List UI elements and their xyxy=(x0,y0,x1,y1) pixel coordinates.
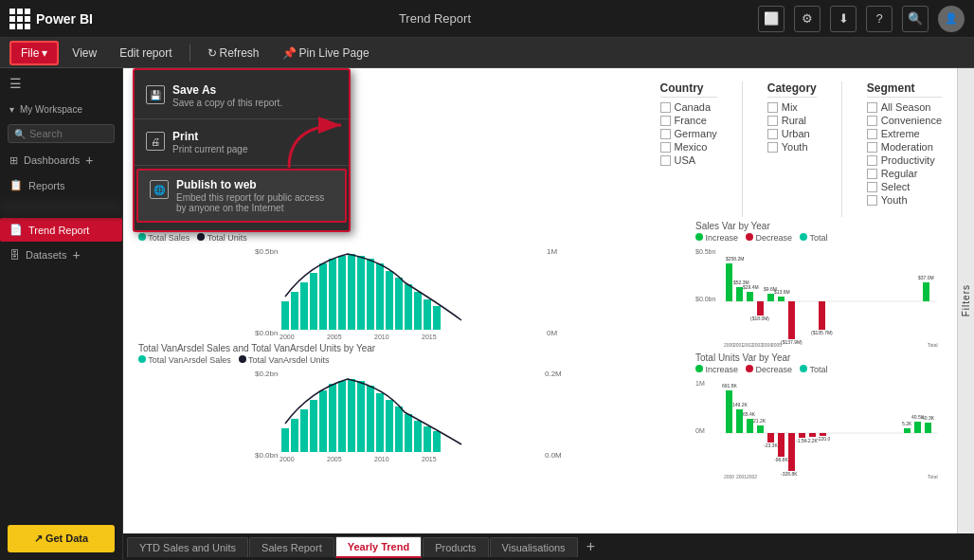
sidebar-item-trend-report[interactable]: 📄 Trend Report xyxy=(0,218,122,242)
tab-yearly-trend[interactable]: Yearly Trend xyxy=(335,536,422,558)
segment-filter-title: Segment xyxy=(867,81,942,98)
filter-moderation[interactable]: Moderation xyxy=(867,141,942,153)
svg-text:2000: 2000 xyxy=(280,456,295,461)
select-checkbox[interactable] xyxy=(867,182,877,192)
download-icon[interactable]: ⬇ xyxy=(830,6,857,32)
avatar[interactable]: 👤 xyxy=(938,6,965,32)
svg-text:2005: 2005 xyxy=(771,342,782,348)
filter-urban[interactable]: Urban xyxy=(767,128,817,139)
filter-germany[interactable]: Germany xyxy=(660,128,717,139)
sidebar-item-reports-label: Reports xyxy=(28,180,65,191)
hamburger-button[interactable]: ☰ xyxy=(0,68,122,99)
tab-ytd-sales[interactable]: YTD Sales and Units xyxy=(127,537,248,557)
filter-youth-seg[interactable]: Youth xyxy=(867,194,942,206)
sidebar-item-reports[interactable]: 📋 Reports xyxy=(0,173,122,197)
filter-youth[interactable]: Youth xyxy=(767,141,817,153)
usa-checkbox[interactable] xyxy=(660,155,671,166)
units-total-legend: Total xyxy=(800,365,827,374)
germany-checkbox[interactable] xyxy=(660,129,671,139)
view-button[interactable]: View xyxy=(63,43,106,63)
svg-rect-16 xyxy=(386,271,393,330)
sidebar-item-dashboards[interactable]: ⊞ Dashboards + xyxy=(0,147,122,173)
save-as-icon: 💾 xyxy=(146,85,165,104)
extreme-label: Extreme xyxy=(881,128,920,139)
search-icon[interactable]: 🔍 xyxy=(902,6,929,32)
filter-convenience[interactable]: Convenience xyxy=(867,115,942,126)
units-total-dot xyxy=(800,365,807,372)
svg-text:149.2K: 149.2K xyxy=(732,402,749,407)
moderation-checkbox[interactable] xyxy=(867,142,877,153)
svg-text:$13.6M: $13.6M xyxy=(774,289,790,295)
svg-rect-41 xyxy=(386,400,393,452)
sales-var-title: Sales Var by Year xyxy=(695,221,942,231)
france-label: France xyxy=(675,115,707,126)
filter-productivity[interactable]: Productivity xyxy=(867,154,942,166)
tab-visualisations[interactable]: Visualisations xyxy=(490,537,578,557)
filter-select[interactable]: Select xyxy=(867,181,942,192)
topbar-actions: ⬜ ⚙ ⬇ ? 🔍 👤 xyxy=(758,6,965,32)
rural-checkbox[interactable] xyxy=(767,116,778,126)
svg-text:2010: 2010 xyxy=(374,456,389,461)
filter-usa[interactable]: USA xyxy=(660,154,717,166)
get-data-button[interactable]: ↗ Get Data xyxy=(8,525,115,552)
file-label: File xyxy=(21,46,39,60)
monitor-icon[interactable]: ⬜ xyxy=(758,6,785,32)
youth-seg-checkbox[interactable] xyxy=(867,195,877,206)
units-var-chart-section: Total Units Var by Year Increase Decreas… xyxy=(695,352,942,480)
svg-rect-19 xyxy=(414,292,422,330)
publish-to-web-item[interactable]: 🌐 Publish to web Embed this report for p… xyxy=(136,169,347,223)
add-tab-button[interactable]: + xyxy=(579,538,603,555)
svg-rect-40 xyxy=(376,393,384,452)
svg-rect-45 xyxy=(424,426,431,452)
filter-extreme[interactable]: Extreme xyxy=(867,128,942,139)
all-season-checkbox[interactable] xyxy=(867,102,877,113)
extreme-checkbox[interactable] xyxy=(867,129,877,139)
filter-divider xyxy=(742,81,743,217)
units-var-title: Total Units Var by Year xyxy=(695,352,942,363)
filter-rural[interactable]: Rural xyxy=(767,115,817,126)
sidebar-item-datasets[interactable]: 🗄 Datasets + xyxy=(0,242,122,268)
file-menu-button[interactable]: File ▾ xyxy=(9,41,59,65)
svg-rect-70 xyxy=(819,301,825,330)
regular-checkbox[interactable] xyxy=(867,169,877,179)
mix-checkbox[interactable] xyxy=(767,102,778,113)
print-icon: 🖨 xyxy=(146,132,165,151)
category-filter: Category Mix Rural Urban Youth xyxy=(767,81,817,208)
add-dataset-icon[interactable]: + xyxy=(72,247,80,262)
ribbon-separator xyxy=(189,45,190,62)
save-as-item[interactable]: 💾 Save As Save a copy of this report. xyxy=(135,76,349,116)
help-icon[interactable]: ? xyxy=(866,6,893,32)
search-box[interactable]: 🔍 xyxy=(8,124,115,143)
pin-live-page-button[interactable]: 📌 Pin Live Page xyxy=(273,43,379,63)
svg-rect-35 xyxy=(329,384,336,452)
total-label: Total xyxy=(809,233,827,243)
filter-mix[interactable]: Mix xyxy=(767,101,817,113)
france-checkbox[interactable] xyxy=(660,116,671,126)
svg-rect-104 xyxy=(914,422,921,433)
refresh-button[interactable]: ↻ Refresh xyxy=(198,43,269,63)
settings-icon[interactable]: ⚙ xyxy=(794,6,821,32)
edit-report-button[interactable]: Edit report xyxy=(110,43,181,63)
svg-rect-43 xyxy=(405,414,412,452)
mexico-checkbox[interactable] xyxy=(660,142,671,153)
tab-products[interactable]: Products xyxy=(423,537,488,557)
decrease-dot xyxy=(746,233,753,241)
filter-regular[interactable]: Regular xyxy=(867,168,942,179)
search-input[interactable] xyxy=(29,128,108,139)
trend-report-icon: 📄 xyxy=(9,224,23,236)
add-dashboard-icon[interactable]: + xyxy=(85,153,93,168)
youth-checkbox[interactable] xyxy=(767,142,778,153)
filter-mexico[interactable]: Mexico xyxy=(660,141,717,153)
convenience-label: Convenience xyxy=(881,115,942,126)
filter-france[interactable]: France xyxy=(660,115,717,126)
canada-checkbox[interactable] xyxy=(660,102,671,113)
convenience-checkbox[interactable] xyxy=(867,116,877,126)
urban-checkbox[interactable] xyxy=(767,129,778,139)
svg-text:691.8K: 691.8K xyxy=(722,383,738,388)
productivity-checkbox[interactable] xyxy=(867,155,877,166)
filters-sidebar[interactable]: Filters xyxy=(957,68,974,533)
filter-canada[interactable]: Canada xyxy=(660,101,717,113)
filter-all-season[interactable]: All Season xyxy=(867,101,942,113)
country-filter-title: Country xyxy=(660,81,717,98)
tab-sales-report[interactable]: Sales Report xyxy=(249,537,334,557)
